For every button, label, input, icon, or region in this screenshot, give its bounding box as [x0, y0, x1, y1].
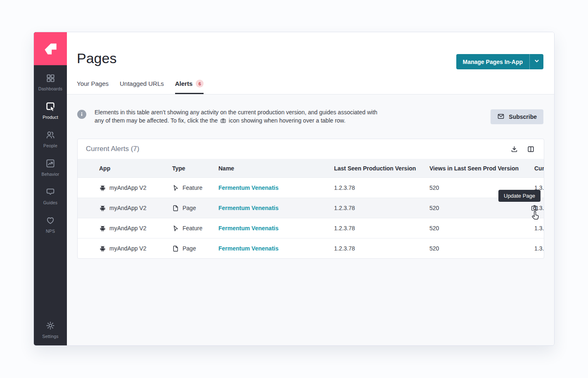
alerts-count-badge: 6 [196, 80, 204, 87]
type-label: Feature [183, 225, 202, 232]
speech-bubble-icon [45, 187, 55, 198]
sidebar-item-label: Settings [42, 334, 59, 339]
android-icon [99, 184, 106, 191]
sidebar-item-label: People [43, 143, 57, 148]
column-header-app[interactable]: App [78, 165, 172, 172]
sidebar: Dashboards Product [34, 32, 67, 345]
table-column-headers: App Type Name Last Seen Production Versi… [78, 159, 544, 177]
column-header-views-in-last-seen-prod-version[interactable]: Views in Last Seen Prod Version [429, 165, 534, 172]
tab-your-pages[interactable]: Your Pages [77, 80, 109, 94]
app-name: myAndApp V2 [109, 184, 147, 191]
page-icon [172, 205, 179, 212]
views-in-last-seen-prod-version: 520 [429, 225, 534, 232]
camera-icon [220, 118, 228, 125]
android-icon [99, 224, 106, 232]
table-row[interactable]: myAndApp V2 Feature Fermentum Venenatis … [78, 177, 544, 198]
table-title: Current Alerts (7) [86, 145, 139, 153]
tab-label: Alerts [175, 80, 193, 87]
current-version: 1.3.3 [534, 245, 544, 252]
table-toolbar [510, 145, 535, 153]
grid-icon [46, 73, 55, 85]
pendo-flag-icon [42, 39, 59, 58]
tab-label: Untagged URLs [120, 80, 164, 87]
sidebar-item-settings[interactable]: Settings [34, 321, 67, 339]
type-label: Feature [183, 184, 202, 191]
sidebar-item-label: NPS [46, 229, 55, 234]
app-name: myAndApp V2 [109, 205, 147, 211]
subscribe-label: Subscribe [509, 113, 537, 120]
update-page-camera-button[interactable] [531, 204, 538, 212]
table-row[interactable]: myAndApp V2 Page Fermentum Venenatis 1.2… [78, 238, 544, 258]
sidebar-item-label: Dashboards [38, 86, 63, 91]
page-header: Pages Your Pages Untagged URLs Alerts 6 … [67, 32, 554, 94]
sidebar-item-nps[interactable]: NPS [34, 215, 67, 234]
last-seen-production-version: 1.2.3.78 [334, 184, 429, 191]
app-window: Dashboards Product [33, 32, 555, 346]
current-version: 1.3.3 [534, 225, 544, 232]
android-icon [99, 245, 106, 252]
manage-pages-dropdown-toggle[interactable] [529, 54, 543, 69]
sidebar-item-label: Product [43, 115, 58, 120]
sidebar-item-label: Behavior [41, 172, 59, 177]
people-icon [45, 130, 55, 142]
views-in-last-seen-prod-version: 520 [429, 205, 534, 211]
update-page-tooltip: Update Page [498, 190, 541, 202]
columns-icon[interactable] [527, 145, 535, 153]
info-icon [77, 110, 86, 119]
app-name: myAndApp V2 [109, 225, 147, 232]
brand-logo[interactable] [34, 32, 67, 65]
sidebar-item-label: Guides [43, 200, 57, 205]
chart-trend-icon [45, 158, 55, 170]
chevron-down-icon [534, 58, 540, 65]
banner-line-2-before: any of them may be affected. To fix, cli… [95, 117, 218, 124]
android-icon [99, 204, 106, 212]
item-name-link[interactable]: Fermentum Venenatis [218, 205, 279, 211]
sidebar-nav: Dashboards Product [34, 73, 67, 234]
current-alerts-table: Current Alerts (7) [77, 139, 544, 259]
gear-icon [45, 321, 55, 332]
banner-text: Elements in this table aren’t showing an… [95, 109, 377, 126]
banner-line-1: Elements in this table aren’t showing an… [95, 109, 377, 116]
last-seen-production-version: 1.2.3.78 [334, 245, 429, 252]
main-area: Pages Your Pages Untagged URLs Alerts 6 … [67, 32, 554, 345]
manage-pages-in-app-button[interactable]: Manage Pages In-App [456, 54, 543, 69]
cursor-icon [172, 184, 179, 191]
item-name-link[interactable]: Fermentum Venenatis [218, 184, 279, 191]
heart-icon [45, 215, 55, 227]
sidebar-item-guides[interactable]: Guides [34, 187, 67, 205]
column-header-last-seen-production-version[interactable]: Last Seen Production Version [334, 165, 429, 172]
column-header-current-version[interactable]: Cur [534, 165, 544, 172]
sidebar-item-people[interactable]: People [34, 130, 67, 148]
product-window-cursor-icon [45, 102, 55, 113]
tab-alerts[interactable]: Alerts 6 [175, 80, 204, 94]
item-name-link[interactable]: Fermentum Venenatis [218, 225, 279, 232]
sidebar-item-product[interactable]: Product [34, 102, 67, 120]
sidebar-item-behavior[interactable]: Behavior [34, 158, 67, 177]
column-header-type[interactable]: Type [172, 165, 218, 172]
alerts-tab-content: Elements in this table aren’t showing an… [67, 94, 554, 345]
download-icon[interactable] [510, 145, 518, 153]
app-name: myAndApp V2 [109, 245, 147, 252]
type-label: Page [183, 245, 196, 252]
info-banner: Elements in this table aren’t showing an… [77, 109, 543, 126]
subscribe-button[interactable]: Subscribe [491, 109, 543, 124]
table-row[interactable]: myAndApp V2 Feature Fermentum Venenatis … [78, 218, 544, 238]
table-header-bar: Current Alerts (7) [78, 139, 544, 159]
page-icon [172, 245, 179, 252]
tab-label: Your Pages [77, 80, 109, 87]
manage-pages-label: Manage Pages In-App [456, 54, 529, 69]
envelope-icon [497, 113, 505, 121]
table-row-hovered[interactable]: myAndApp V2 Page Fermentum Venenatis 1.2… [78, 198, 544, 218]
column-header-name[interactable]: Name [218, 165, 334, 172]
views-in-last-seen-prod-version: 520 [429, 245, 534, 252]
cursor-icon [172, 225, 179, 232]
last-seen-production-version: 1.2.3.78 [334, 225, 429, 232]
type-label: Page [183, 205, 196, 211]
banner-line-2-after: icon showing when hovering over a table … [229, 117, 346, 124]
last-seen-production-version: 1.2.3.78 [334, 205, 429, 211]
tab-bar: Your Pages Untagged URLs Alerts 6 [77, 80, 204, 94]
tab-untagged-urls[interactable]: Untagged URLs [120, 80, 164, 94]
item-name-link[interactable]: Fermentum Venenatis [218, 245, 279, 252]
sidebar-item-dashboards[interactable]: Dashboards [34, 73, 67, 91]
